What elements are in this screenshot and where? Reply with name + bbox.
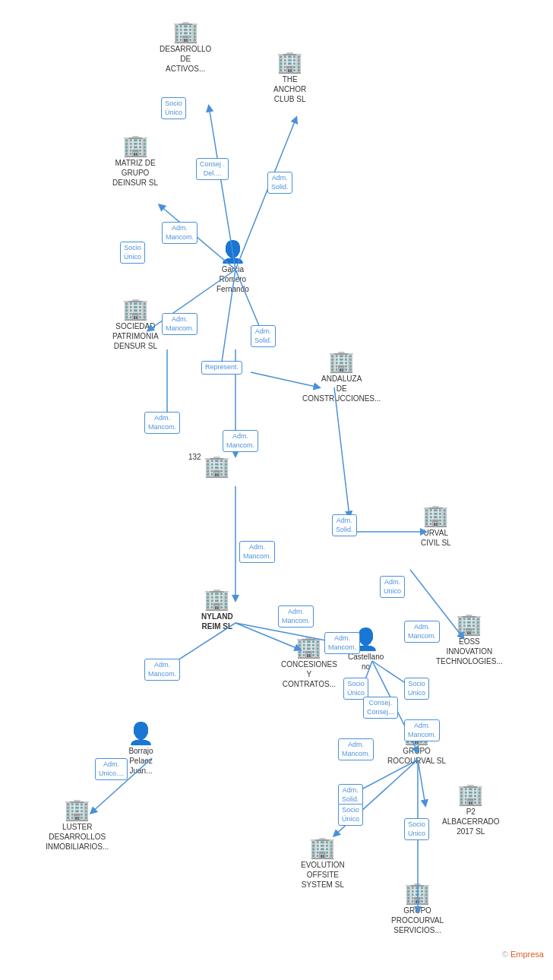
building-icon-nyland: 🏢 <box>204 589 230 610</box>
badge-adm-mancom-11[interactable]: Adm.Mancom. <box>404 719 440 741</box>
building-icon-urval: 🏢 <box>422 505 449 526</box>
badge-socio-unico-1[interactable]: SocioÚnico <box>161 97 186 119</box>
badge-adm-mancom-3[interactable]: Adm.Mancom. <box>144 412 180 434</box>
badge-socio-unico-2[interactable]: SocioÚnico <box>120 242 145 264</box>
building-icon-desarrollo: 🏢 <box>172 21 199 43</box>
node-matriz: 🏢 MATRIZ DE GRUPO DEINSUR SL <box>112 135 158 188</box>
badge-adm-mancom-8[interactable]: Adm.Mancom. <box>404 621 440 643</box>
node-nyland: 🏢 NYLAND REIM SL <box>201 589 233 631</box>
label-desarrollo: DESARROLLO DE ACTIVOS... <box>160 44 211 74</box>
label-garcia: Garcia Romero Fernando <box>216 264 249 294</box>
badge-adm-mancom-1[interactable]: Adm.Mancom. <box>162 222 198 244</box>
badge-adm-mancom-5[interactable]: Adm.Mancom. <box>239 541 275 563</box>
node-desarrollo: 🏢 DESARROLLO DE ACTIVOS... <box>160 21 211 74</box>
badge-consej-consej[interactable]: Consej.Consej... <box>363 697 398 719</box>
building-icon-sociedad: 🏢 <box>122 299 149 320</box>
node-borrajo: 👤 Borrajo Pelaez Juan... <box>128 723 154 776</box>
label-evolution: EVOLUTION OFFSITE SYSTEM SL <box>301 860 345 890</box>
badge-adm-unico-1[interactable]: Adm.Unico <box>380 576 405 598</box>
badge-socio-unico-4[interactable]: SocioUnico <box>404 678 429 700</box>
node-p2: 🏢 P2 ALBACERRADO 2017 SL <box>442 784 500 836</box>
building-icon-eoss: 🏢 <box>456 614 482 635</box>
badge-socio-unico-5[interactable]: SocioÚnico <box>338 804 363 826</box>
node-anchor: 🏢 THE ANCHOR CLUB SL <box>273 52 306 104</box>
building-icon-mid: 🏢 <box>204 456 230 477</box>
building-icon-evolution: 🏢 <box>309 837 336 858</box>
badge-adm-mancom-9[interactable]: Adm.Mancom. <box>144 659 180 681</box>
badge-adm-solid-4[interactable]: Adm.Solid. <box>338 784 363 806</box>
building-icon-grupo-proc-serv: 🏢 <box>404 883 431 904</box>
building-icon-concesiones: 🏢 <box>295 637 322 658</box>
diagram-container: 🏢 DESARROLLO DE ACTIVOS... 🏢 THE ANCHOR … <box>0 0 553 965</box>
badge-adm-solid-2[interactable]: Adm.Solid. <box>251 325 276 347</box>
badge-adm-unico-2[interactable]: Adm.Unico.... <box>95 758 128 780</box>
watermark: © Empresa <box>502 950 544 959</box>
badge-consej-del[interactable]: Consej .Del.... <box>196 158 229 180</box>
node-luster: 🏢 LUSTER DESARROLLOS INMOBILIARIOS... <box>46 799 109 852</box>
node-garcia: 👤 Garcia Romero Fernando <box>216 242 249 294</box>
badge-adm-solid-1[interactable]: Adm.Solid. <box>267 172 292 194</box>
label-luster: LUSTER DESARROLLOS INMOBILIARIOS... <box>46 822 109 852</box>
label-nyland: NYLAND REIM SL <box>201 612 233 631</box>
badge-represent[interactable]: Represent. <box>201 361 242 375</box>
label-grupo-proc-serv: GRUPO PROCOURVAL SERVICIOS... <box>391 906 444 935</box>
svg-line-18 <box>418 760 425 805</box>
node-sociedad: 🏢 SOCIEDAD PATRIMONIA DENSUR SL <box>112 299 159 351</box>
node-evolution: 🏢 EVOLUTION OFFSITE SYSTEM SL <box>301 837 345 890</box>
label-132: 132 <box>188 453 201 461</box>
building-icon-anchor: 🏢 <box>276 52 303 73</box>
badge-adm-mancom-4[interactable]: Adm.Mancom. <box>223 430 258 452</box>
node-urval: 🏢 URVAL CIVIL SL <box>421 505 451 548</box>
node-andaluza: 🏢 ANDALUZA DE CONSTRUCCIONES... <box>302 351 381 403</box>
label-castellano: Castellano no <box>348 652 384 672</box>
label-andaluza: ANDALUZA DE CONSTRUCCIONES... <box>302 374 381 403</box>
person-icon-borrajo: 👤 <box>128 723 154 744</box>
building-icon-p2: 🏢 <box>457 784 484 805</box>
building-icon-matriz: 🏢 <box>122 135 149 156</box>
badge-adm-mancom-10[interactable]: Adm.Mancom. <box>338 738 374 760</box>
badge-adm-mancom-6[interactable]: Adm.Mancom. <box>278 605 314 628</box>
label-concesiones: CONCESIONES Y CONTRATOS... <box>281 659 337 689</box>
node-grupo-proc-serv: 🏢 GRUPO PROCOURVAL SERVICIOS... <box>391 883 444 935</box>
building-icon-andaluza: 🏢 <box>328 351 355 372</box>
label-sociedad: SOCIEDAD PATRIMONIA DENSUR SL <box>112 321 159 351</box>
badge-adm-solid-3[interactable]: Adm.Solid. <box>332 514 357 536</box>
label-p2: P2 ALBACERRADO 2017 SL <box>442 807 500 836</box>
label-grupo-rocourval: GRUPO ROCOURVAL SL <box>387 746 446 766</box>
node-mid: 🏢 <box>204 456 230 477</box>
svg-line-22 <box>334 387 349 517</box>
person-icon-garcia: 👤 <box>220 242 246 263</box>
building-icon-luster: 🏢 <box>64 799 90 820</box>
label-urval: URVAL CIVIL SL <box>421 528 451 548</box>
label-matriz: MATRIZ DE GRUPO DEINSUR SL <box>112 158 158 188</box>
badge-adm-mancom-7[interactable]: Adm.Mancom. <box>324 632 360 654</box>
badge-socio-unico-6[interactable]: SocioUnico <box>404 818 429 840</box>
label-eoss: EOSS INNOVATION TECHNOLOGIES... <box>436 637 503 666</box>
node-eoss: 🏢 EOSS INNOVATION TECHNOLOGIES... <box>436 614 503 666</box>
badge-adm-mancom-2[interactable]: Adm.Mancom. <box>162 313 198 335</box>
label-anchor: THE ANCHOR CLUB SL <box>273 74 306 104</box>
watermark-brand: Empresa <box>510 950 544 959</box>
label-borrajo: Borrajo Pelaez Juan... <box>128 746 153 776</box>
